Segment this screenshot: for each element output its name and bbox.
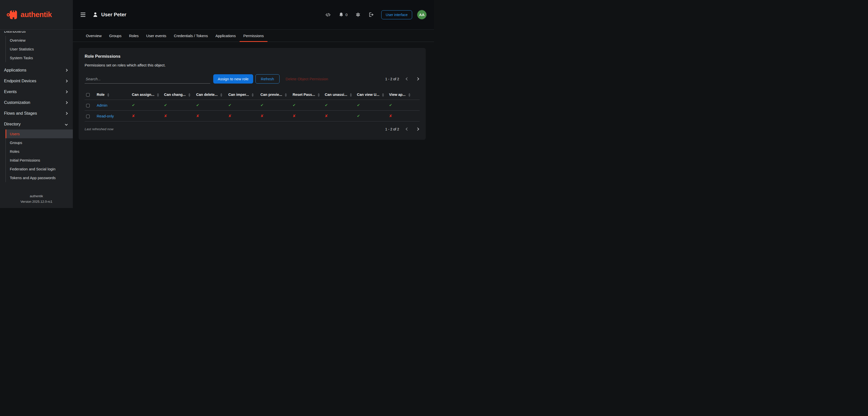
- sign-out-icon: [368, 12, 374, 17]
- column-label: Reset Pass...: [292, 93, 315, 97]
- denied-icon: ✘: [228, 114, 231, 118]
- bell-icon: [339, 12, 344, 17]
- sidebar-toggle-button[interactable]: [79, 11, 87, 18]
- sidebar-item-users[interactable]: Users: [5, 130, 73, 138]
- column-label: Can unassi...: [325, 93, 347, 97]
- logout-button[interactable]: [368, 11, 374, 18]
- sidebar-item-initial-permissions[interactable]: Initial Permissions: [5, 156, 73, 165]
- row-checkbox[interactable]: [86, 104, 90, 107]
- sidebar-item-label: User Statistics: [10, 47, 34, 51]
- tab-credentials-tokens[interactable]: Credentials / Tokens: [170, 30, 212, 42]
- tab-groups[interactable]: Groups: [105, 30, 125, 42]
- previous-page-button[interactable]: [405, 127, 409, 131]
- search-input[interactable]: [85, 74, 210, 83]
- delete-object-permission-button[interactable]: Delete Object Permission: [285, 77, 328, 81]
- column-label: Role: [97, 93, 104, 97]
- tab-overview[interactable]: Overview: [82, 30, 105, 42]
- column-label: Can previe...: [260, 93, 282, 97]
- sidebar-item-label: Applications: [4, 68, 26, 72]
- tab-label: Roles: [129, 34, 138, 38]
- content-area: Role Permissions Permissions set on role…: [73, 42, 434, 140]
- sidebar-item-flows-and-stages[interactable]: Flows and Stages: [0, 108, 73, 119]
- sort-icon: [285, 93, 287, 97]
- settings-button[interactable]: [355, 11, 361, 18]
- pagination-label: 1 - 2 of 2: [385, 127, 399, 131]
- permissions-table: RoleCan assign...Can chang...Can delete.…: [85, 90, 420, 122]
- column-header-role[interactable]: Role: [95, 90, 130, 100]
- column-header-can-unassi[interactable]: Can unassi...: [323, 90, 355, 100]
- card-title: Role Permissions: [85, 54, 420, 59]
- sidebar-item-federation-and-social-login[interactable]: Federation and Social login: [5, 165, 73, 173]
- refresh-button[interactable]: Refresh: [255, 74, 280, 83]
- column-header-can-assign[interactable]: Can assign...: [130, 90, 162, 100]
- column-header-view-ap[interactable]: View ap...: [388, 90, 420, 100]
- granted-icon: ✔: [357, 103, 360, 107]
- sidebar-item-customization[interactable]: Customization: [0, 97, 73, 108]
- sidebar-item-label: System Tasks: [10, 56, 33, 60]
- assign-to-new-role-button[interactable]: Assign to new role: [213, 74, 253, 83]
- sidebar-item-directory[interactable]: Directory: [0, 119, 73, 130]
- sidebar-item-label: Directory: [4, 122, 21, 127]
- sidebar-item-groups[interactable]: Groups: [5, 138, 73, 147]
- sort-icon: [382, 93, 384, 97]
- api-code-button[interactable]: [325, 11, 331, 18]
- denied-icon: ✘: [325, 114, 328, 118]
- sidebar-item-overview[interactable]: Overview: [5, 36, 73, 45]
- next-page-button[interactable]: [415, 127, 420, 131]
- role-link[interactable]: Admin: [97, 103, 107, 107]
- notification-count: 0: [346, 12, 348, 17]
- tab-permissions[interactable]: Permissions: [240, 30, 268, 42]
- row-checkbox[interactable]: [86, 115, 90, 118]
- avatar[interactable]: AA: [417, 10, 427, 19]
- chevron-down-icon: [65, 123, 68, 126]
- tab-applications[interactable]: Applications: [212, 30, 240, 42]
- notifications-button[interactable]: 0: [338, 11, 348, 18]
- column-header-can-view-u[interactable]: Can view U...: [355, 90, 388, 100]
- sort-icon: [188, 93, 190, 97]
- granted-icon: ✔: [132, 103, 135, 107]
- sidebar-footer: authentik Version 2025.12.0-rc1: [0, 194, 73, 208]
- sidebar-item-label: Tokens and App passwords: [10, 176, 56, 180]
- sidebar-item-events[interactable]: Events: [0, 86, 73, 97]
- previous-page-button[interactable]: [405, 77, 409, 81]
- table-toolbar: Assign to new role Refresh Delete Object…: [85, 74, 420, 83]
- column-header-can-previe[interactable]: Can previe...: [259, 90, 291, 100]
- column-label: Can chang...: [164, 93, 186, 97]
- user-interface-button[interactable]: User interface: [381, 10, 412, 19]
- select-all-cell: [85, 90, 95, 100]
- last-refreshed-text: Last refreshed now: [85, 127, 114, 131]
- tab-user-events[interactable]: User events: [143, 30, 170, 42]
- column-header-can-imper[interactable]: Can imper...: [227, 90, 259, 100]
- select-all-checkbox[interactable]: [86, 93, 90, 97]
- page-title-wrap: User Peter: [92, 12, 126, 18]
- pagination-bottom: 1 - 2 of 2: [385, 127, 420, 131]
- sidebar-item-system-tasks[interactable]: System Tasks: [5, 54, 73, 62]
- table-row: Admin✔✔✔✔✔✔✔✔✔: [85, 100, 420, 111]
- sidebar-item-tokens-and-app-passwords[interactable]: Tokens and App passwords: [5, 173, 73, 182]
- sort-icon: [252, 93, 254, 97]
- role-link[interactable]: Read-only: [97, 114, 114, 118]
- tab-roles[interactable]: Roles: [125, 30, 143, 42]
- column-header-reset-pass[interactable]: Reset Pass...: [291, 90, 323, 100]
- table-header-row: RoleCan assign...Can chang...Can delete.…: [85, 90, 420, 100]
- sidebar-item-label: Groups: [10, 140, 22, 145]
- sidebar-item-applications[interactable]: Applications: [0, 65, 73, 75]
- dashboards-submenu: OverviewUser StatisticsSystem Tasks: [5, 36, 73, 62]
- tab-label: Groups: [109, 34, 122, 38]
- main-content: OverviewGroupsRolesUser eventsCredential…: [73, 30, 434, 208]
- column-header-can-chang[interactable]: Can chang...: [162, 90, 195, 100]
- column-label: Can view U...: [357, 93, 379, 97]
- table-row: Read-only✘✘✘✘✘✘✘✔✘: [85, 111, 420, 122]
- sidebar-item-roles[interactable]: Roles: [5, 147, 73, 156]
- tab-label: Permissions: [243, 34, 264, 38]
- granted-icon: ✔: [164, 103, 167, 107]
- denied-icon: ✘: [260, 114, 264, 118]
- sidebar-item-user-statistics[interactable]: User Statistics: [5, 45, 73, 54]
- user-icon: [92, 12, 98, 18]
- granted-icon: ✔: [389, 103, 392, 107]
- chevron-right-icon: [65, 90, 68, 93]
- next-page-button[interactable]: [415, 77, 420, 81]
- sidebar-item-label: Initial Permissions: [10, 158, 40, 162]
- column-header-can-delete[interactable]: Can delete...: [195, 90, 227, 100]
- sidebar-item-endpoint-devices[interactable]: Endpoint Devices: [0, 75, 73, 86]
